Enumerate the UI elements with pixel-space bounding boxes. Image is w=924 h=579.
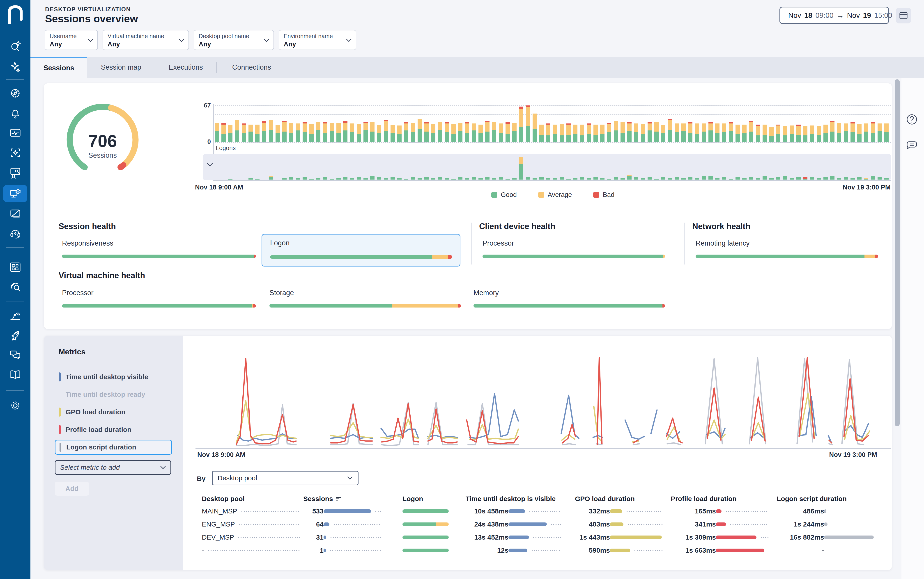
table-row[interactable]: -112s590ms1s 663ms- bbox=[202, 544, 871, 557]
filter-environment[interactable]: Environment name Any bbox=[279, 30, 356, 50]
chevron-down-icon[interactable] bbox=[207, 163, 213, 167]
table-row[interactable]: DEV_MSP3113s 452ms1s 443ms1s 309ms16s 88… bbox=[202, 531, 871, 544]
column-header-logon-script-duration[interactable]: Logon script duration bbox=[772, 495, 871, 503]
sidebar-item-library[interactable] bbox=[0, 261, 30, 273]
bar-segment-good bbox=[864, 179, 868, 180]
layout-toggle-button[interactable] bbox=[896, 8, 911, 23]
metric-item-logon-script-duration[interactable]: Logon script duration bbox=[55, 440, 172, 455]
sidebar-item-alerts[interactable] bbox=[0, 107, 30, 119]
column-header-profile-load-duration[interactable]: Profile load duration bbox=[666, 495, 772, 503]
bar-segment-good bbox=[634, 132, 638, 142]
stacked-bar bbox=[864, 178, 868, 180]
column-header-time-until-desktop-is-visible[interactable]: Time until desktop is visible bbox=[443, 495, 565, 503]
logon-health-bar bbox=[402, 509, 449, 513]
filter-desktop-pool[interactable]: Desktop pool name Any bbox=[194, 30, 274, 50]
sidebar-item-ai-search[interactable] bbox=[0, 40, 30, 52]
bar-segment-good bbox=[499, 133, 503, 142]
bar-segment-average bbox=[478, 124, 483, 133]
legend-swatch bbox=[491, 192, 497, 198]
sidebar-item-applications[interactable] bbox=[0, 207, 30, 220]
sidebar-item-adoption[interactable] bbox=[0, 329, 30, 342]
metric-color-tick bbox=[59, 425, 61, 434]
sidebar-item-experience[interactable] bbox=[0, 146, 30, 159]
feedback-button[interactable] bbox=[905, 139, 919, 152]
metric-item-time-until-desktop-ready[interactable]: Time until desktop ready bbox=[55, 387, 172, 402]
health-bar-responsiveness[interactable] bbox=[62, 255, 256, 258]
bar-segment-good bbox=[478, 133, 483, 142]
tab-sessions[interactable]: Sessions bbox=[30, 57, 87, 78]
tab-connections[interactable]: Connections bbox=[217, 57, 287, 78]
metric-item-gpo-load-duration[interactable]: GPO load duration bbox=[55, 405, 172, 419]
line-series-time-until-desktop-visible bbox=[651, 410, 657, 434]
health-segment-average bbox=[865, 255, 875, 258]
sidebar-item-settings[interactable] bbox=[0, 399, 30, 412]
bar-segment-good bbox=[248, 132, 253, 142]
bar-segment-average bbox=[533, 114, 537, 129]
metric-item-label: GPO load duration bbox=[66, 408, 125, 416]
sidebar-item-engage[interactable] bbox=[0, 349, 30, 361]
bar-segment-good bbox=[296, 178, 300, 180]
bar-segment-average bbox=[641, 124, 645, 134]
column-header-gpo-load-duration[interactable]: GPO load duration bbox=[565, 495, 666, 503]
metric-item-time-until-desktop-visible[interactable]: Time until desktop visible bbox=[55, 370, 172, 384]
group-by-select[interactable]: Desktop pool bbox=[212, 471, 358, 485]
bar-segment-good bbox=[357, 177, 361, 180]
sidebar-item-sparkles[interactable] bbox=[0, 61, 30, 73]
column-header-logon[interactable]: Logon bbox=[384, 495, 443, 503]
table-row[interactable]: ENG_MSP6424s 438ms403ms341ms1s 244ms bbox=[202, 518, 871, 531]
metric-add-select[interactable]: Select metric to add bbox=[55, 460, 171, 475]
filter-vm-name[interactable]: Virtual machine name Any bbox=[103, 30, 189, 50]
tab-executions[interactable]: Executions bbox=[155, 57, 216, 78]
health-bar-vm-processor[interactable] bbox=[62, 304, 256, 307]
sessions-bar bbox=[323, 522, 330, 526]
sidebar-item-docs[interactable] bbox=[0, 369, 30, 381]
stacked-bar bbox=[505, 179, 510, 180]
stacked-bar bbox=[445, 122, 449, 142]
stacked-bar bbox=[411, 177, 415, 180]
app-logo[interactable] bbox=[0, 5, 30, 25]
sidebar-item-collaboration[interactable] bbox=[0, 166, 30, 179]
column-header-desktop-pool[interactable]: Desktop pool bbox=[202, 495, 303, 503]
sessions-bar-plot[interactable] bbox=[215, 105, 891, 142]
stacked-bar bbox=[580, 124, 584, 142]
health-card-logon-selected[interactable]: Logon bbox=[261, 234, 460, 267]
column-header-label: Sessions bbox=[303, 495, 333, 503]
leader-dots bbox=[627, 524, 663, 525]
stacked-bar bbox=[370, 176, 374, 180]
bar-segment-good bbox=[370, 132, 374, 142]
sidebar-item-dashboards[interactable] bbox=[0, 127, 30, 139]
add-metric-button[interactable]: Add bbox=[55, 482, 89, 496]
stacked-bar bbox=[763, 176, 767, 180]
bar-segment-good bbox=[269, 177, 273, 180]
logons-bar-plot[interactable] bbox=[215, 155, 891, 180]
stacked-bar bbox=[763, 124, 767, 142]
section-title: Network health bbox=[692, 222, 750, 231]
sidebar-item-desktop-virtualization[interactable] bbox=[3, 185, 27, 202]
stacked-bar bbox=[262, 121, 266, 142]
sort-icon[interactable] bbox=[336, 497, 341, 501]
sidebar-item-remote-support[interactable] bbox=[0, 227, 30, 240]
metric-trend-chart[interactable] bbox=[202, 350, 891, 448]
sidebar-item-automation[interactable] bbox=[0, 309, 30, 322]
sidebar-item-discover[interactable] bbox=[0, 87, 30, 100]
health-bar-vm-storage[interactable] bbox=[269, 304, 461, 307]
bar-segment-good bbox=[702, 176, 706, 180]
column-header-sessions[interactable]: Sessions bbox=[303, 495, 384, 503]
bar-segment-average bbox=[276, 125, 280, 133]
health-bar-remoting-latency[interactable] bbox=[696, 255, 878, 258]
filter-username[interactable]: Username Any bbox=[44, 30, 98, 50]
table-cell-time-visible bbox=[509, 522, 565, 526]
help-button[interactable] bbox=[905, 113, 919, 126]
tab-session-map[interactable]: Session map bbox=[87, 57, 155, 78]
health-bar-client-processor[interactable] bbox=[483, 255, 665, 258]
date-range-picker[interactable]: Nov 18 09:00 → Nov 19 15:00 bbox=[780, 7, 889, 24]
health-bar-vm-memory[interactable] bbox=[474, 304, 665, 307]
metric-item-profile-load-duration[interactable]: Profile load duration bbox=[55, 422, 172, 437]
sidebar-item-investigations[interactable] bbox=[0, 281, 30, 293]
bar-segment-good bbox=[316, 130, 320, 142]
vertical-scrollbar[interactable] bbox=[895, 79, 899, 426]
column-header-label: GPO load duration bbox=[575, 495, 635, 502]
stacked-bar bbox=[803, 126, 807, 142]
table-row[interactable]: MAIN_MSP53310s 458ms332ms165ms486ms bbox=[202, 505, 871, 518]
bar-segment-good bbox=[546, 136, 550, 142]
